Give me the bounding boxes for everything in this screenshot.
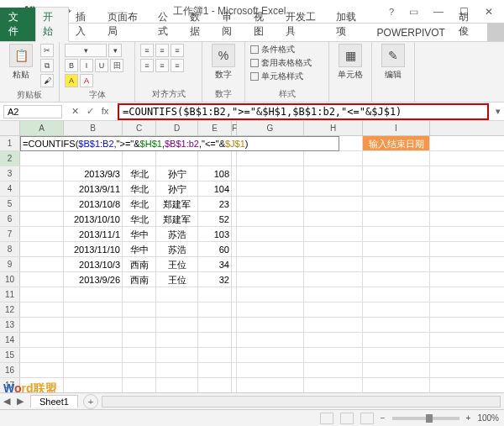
formula-bar[interactable]: =COUNTIFS($B$1:B2,">="&$H$1,$B$1:b2,"<="…: [118, 103, 489, 120]
cell[interactable]: [64, 151, 123, 166]
cell[interactable]: 华中: [123, 242, 156, 256]
cancel-formula-icon[interactable]: ✕: [69, 106, 81, 117]
row-header[interactable]: 13: [0, 318, 20, 332]
add-sheet-button[interactable]: +: [83, 394, 98, 409]
cell[interactable]: 华北: [123, 212, 156, 226]
cell[interactable]: [123, 348, 156, 362]
cell[interactable]: [237, 181, 304, 196]
tab-file[interactable]: 文件: [0, 8, 35, 41]
zoom-slider[interactable]: [392, 417, 459, 420]
cell[interactable]: [304, 197, 363, 211]
cell[interactable]: [304, 333, 363, 347]
tab-data[interactable]: 数据: [183, 8, 215, 41]
cell[interactable]: 60: [198, 242, 232, 256]
row-header[interactable]: 6: [0, 212, 20, 226]
cell[interactable]: 华北: [123, 181, 156, 196]
cell[interactable]: [20, 242, 64, 256]
cell[interactable]: [304, 363, 363, 377]
cell[interactable]: 2013/11/10: [64, 242, 123, 256]
cell[interactable]: [237, 166, 304, 181]
align-bot[interactable]: ≡: [171, 44, 184, 57]
tab-addin[interactable]: 加载项: [329, 8, 370, 41]
fx-icon[interactable]: fx: [99, 106, 111, 117]
cell[interactable]: [237, 318, 304, 332]
cell[interactable]: 西南: [123, 272, 156, 287]
format-painter-icon[interactable]: 🖌: [40, 74, 54, 87]
tab-home[interactable]: 开始: [35, 7, 69, 42]
cell[interactable]: 2013/10/3: [64, 257, 123, 271]
fill-color-button[interactable]: A: [65, 74, 78, 87]
cell[interactable]: 郑建军: [156, 197, 198, 211]
name-box[interactable]: [3, 105, 62, 118]
underline-button[interactable]: U: [95, 59, 108, 72]
cell[interactable]: [304, 242, 363, 256]
tab-formulas[interactable]: 公式: [151, 8, 183, 41]
cell[interactable]: 2013/11/1: [64, 227, 123, 241]
cell[interactable]: [20, 151, 64, 166]
cell[interactable]: [198, 318, 232, 332]
cell[interactable]: [123, 318, 156, 332]
enter-formula-icon[interactable]: ✓: [84, 106, 96, 117]
col-E[interactable]: E: [198, 121, 232, 135]
cell[interactable]: [237, 348, 304, 362]
view-layout-icon[interactable]: [340, 413, 354, 424]
cell[interactable]: [304, 302, 363, 317]
cell[interactable]: [363, 302, 430, 317]
cell[interactable]: [304, 318, 363, 332]
cell[interactable]: [20, 181, 64, 196]
zoom-level[interactable]: 100%: [477, 413, 499, 423]
cell[interactable]: [304, 287, 363, 302]
cell[interactable]: [304, 378, 363, 392]
row-header[interactable]: 15: [0, 348, 20, 362]
row-header[interactable]: 5: [0, 197, 20, 211]
cell[interactable]: [198, 363, 232, 377]
minimize-button[interactable]: —: [427, 3, 450, 20]
cell[interactable]: 103: [198, 227, 232, 241]
cell[interactable]: [156, 302, 198, 317]
cell[interactable]: [64, 287, 123, 302]
cell[interactable]: [20, 257, 64, 271]
col-A[interactable]: A: [20, 121, 64, 135]
cell[interactable]: 华北: [123, 166, 156, 181]
row-header[interactable]: 4: [0, 181, 20, 196]
row-header[interactable]: 3: [0, 166, 20, 181]
cell[interactable]: [156, 287, 198, 302]
zoom-out[interactable]: −: [381, 413, 386, 423]
cell[interactable]: [198, 348, 232, 362]
cell[interactable]: [156, 318, 198, 332]
select-all[interactable]: [0, 121, 20, 135]
cell[interactable]: [64, 363, 123, 377]
cell[interactable]: 34: [198, 257, 232, 271]
font-dropdown[interactable]: ▾: [65, 44, 107, 57]
cell[interactable]: [123, 302, 156, 317]
cell[interactable]: [304, 227, 363, 241]
tab-powerpivot[interactable]: POWERPIVOT: [370, 24, 452, 41]
row-header[interactable]: 16: [0, 363, 20, 377]
cell[interactable]: 23: [198, 197, 232, 211]
cell[interactable]: [20, 287, 64, 302]
cell[interactable]: 32: [198, 272, 232, 287]
h-scrollbar[interactable]: [102, 396, 501, 408]
cell[interactable]: 郑建军: [156, 212, 198, 226]
cell-editor[interactable]: =COUNTIFS($B$1:B2,">="&$H$1,$B$1:b2,"<="…: [20, 136, 339, 151]
cell[interactable]: [20, 363, 64, 377]
cell[interactable]: [156, 363, 198, 377]
cell[interactable]: 孙宁: [156, 181, 198, 196]
nav-prev-icon[interactable]: ◀: [0, 396, 13, 407]
cell[interactable]: 苏浩: [156, 242, 198, 256]
tab-layout[interactable]: 页面布局: [101, 8, 151, 41]
cells-button[interactable]: ▦单元格: [334, 44, 366, 81]
cell[interactable]: [237, 378, 304, 392]
row-header[interactable]: 14: [0, 333, 20, 347]
cell[interactable]: [64, 378, 123, 392]
cell[interactable]: [123, 363, 156, 377]
cell-style[interactable]: 单元格样式: [250, 71, 323, 82]
cell[interactable]: [237, 242, 304, 256]
cell[interactable]: [198, 333, 232, 347]
cell[interactable]: [363, 212, 430, 226]
copy-icon[interactable]: ⧉: [40, 59, 54, 72]
cell[interactable]: [363, 318, 430, 332]
cell[interactable]: 华中: [123, 227, 156, 241]
cell[interactable]: [304, 181, 363, 196]
size-dropdown[interactable]: ▾: [108, 44, 122, 57]
